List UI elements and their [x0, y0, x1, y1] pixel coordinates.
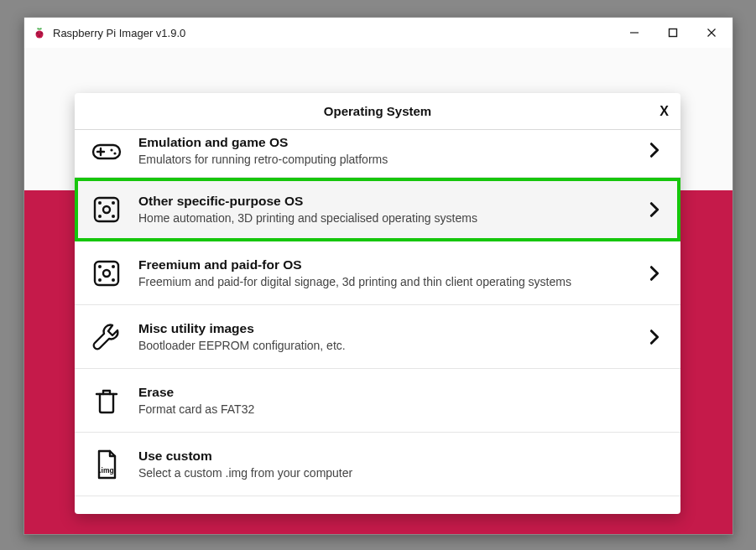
- os-item-desc: Bootloader EEPROM configuration, etc.: [138, 339, 630, 352]
- svg-point-24: [103, 270, 110, 277]
- svg-point-15: [112, 201, 115, 205]
- window: Raspberry Pi Imager v1.9.0 Operating Sys…: [23, 17, 733, 535]
- imgfile-icon: .img: [90, 448, 123, 481]
- die-icon: [90, 257, 123, 290]
- wrench-icon: [90, 320, 123, 354]
- svg-point-3: [38, 34, 40, 37]
- svg-rect-5: [670, 29, 677, 37]
- svg-point-23: [112, 278, 115, 282]
- os-list-item[interactable]: .img Use customSelect a custom .img from…: [75, 433, 680, 496]
- svg-point-11: [110, 148, 112, 151]
- os-item-desc: Home automation, 3D printing and special…: [138, 211, 630, 225]
- os-item-text: Freemium and paid-for OSFreemium and pai…: [138, 257, 630, 288]
- app-body: Operating System X Emulation and game OS…: [24, 48, 733, 534]
- os-item-title: Other specific-purpose OS: [138, 194, 630, 209]
- os-list-item[interactable]: Other specific-purpose OSHome automation…: [75, 178, 680, 241]
- titlebar: Raspberry Pi Imager v1.9.0: [24, 18, 733, 48]
- svg-point-1: [36, 32, 39, 34]
- svg-rect-19: [95, 262, 118, 285]
- svg-rect-13: [95, 198, 118, 221]
- chevron-right-icon: [645, 328, 664, 346]
- chevron-right-icon: [645, 141, 664, 159]
- svg-point-22: [98, 278, 102, 282]
- trash-icon: [90, 384, 123, 418]
- os-item-desc: Emulators for running retro-computing pl…: [138, 153, 630, 166]
- chevron-right-icon: [645, 200, 664, 219]
- svg-point-17: [112, 215, 115, 218]
- os-list-item[interactable]: Freemium and paid-for OSFreemium and pai…: [75, 241, 680, 305]
- os-item-title: Use custom: [138, 449, 630, 464]
- svg-point-20: [98, 265, 102, 268]
- gamepad-icon: [90, 133, 123, 167]
- minimize-button[interactable]: [615, 20, 654, 45]
- dialog-title: Operating System: [75, 104, 680, 118]
- maximize-button[interactable]: [654, 20, 692, 45]
- dialog-close-button[interactable]: X: [660, 93, 669, 129]
- os-list-item[interactable]: Emulation and game OSEmulators for runni…: [75, 130, 680, 178]
- os-list-item[interactable]: EraseFormat card as FAT32: [75, 369, 680, 433]
- svg-point-18: [103, 206, 110, 213]
- os-item-text: Emulation and game OSEmulators for runni…: [138, 135, 630, 166]
- close-window-button[interactable]: [692, 20, 731, 45]
- os-dialog: Operating System X Emulation and game OS…: [75, 93, 680, 514]
- os-list[interactable]: Emulation and game OSEmulators for runni…: [75, 130, 680, 514]
- svg-point-2: [40, 32, 43, 34]
- dialog-header: Operating System X: [75, 93, 680, 130]
- os-item-desc: Select a custom .img from your computer: [138, 466, 630, 480]
- die-icon: [90, 193, 123, 226]
- svg-point-21: [112, 265, 115, 268]
- chevron-right-icon: [645, 264, 664, 283]
- os-item-text: Use customSelect a custom .img from your…: [138, 449, 630, 480]
- window-controls: [615, 20, 731, 45]
- svg-text:.img: .img: [99, 466, 113, 475]
- os-item-text: Other specific-purpose OSHome automation…: [138, 194, 630, 225]
- os-item-text: EraseFormat card as FAT32: [138, 385, 630, 416]
- os-item-text: Misc utility imagesBootloader EEPROM con…: [138, 321, 630, 352]
- window-title: Raspberry Pi Imager v1.9.0: [53, 27, 615, 39]
- svg-point-14: [98, 201, 102, 205]
- os-item-title: Erase: [138, 385, 630, 400]
- raspberry-pi-icon: [33, 26, 46, 39]
- svg-point-12: [113, 152, 116, 154]
- os-item-desc: Freemium and paid-for digital signage, 3…: [138, 275, 630, 288]
- os-list-item[interactable]: Misc utility imagesBootloader EEPROM con…: [75, 305, 680, 369]
- os-item-desc: Format card as FAT32: [138, 402, 630, 416]
- svg-point-16: [98, 215, 102, 218]
- os-item-title: Emulation and game OS: [138, 135, 630, 150]
- os-item-title: Misc utility images: [138, 321, 630, 336]
- os-item-title: Freemium and paid-for OS: [138, 257, 630, 272]
